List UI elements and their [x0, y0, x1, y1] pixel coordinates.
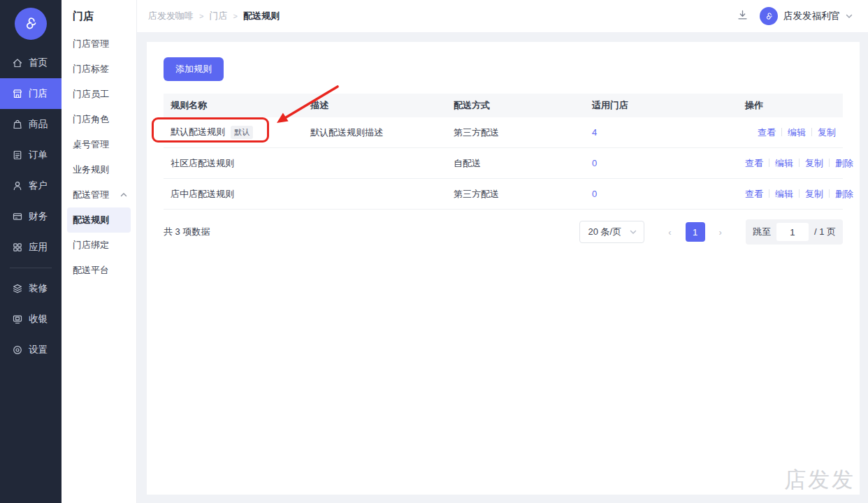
action-separator	[769, 189, 769, 198]
submenu-item-store-binding[interactable]: 门店绑定	[62, 233, 136, 258]
submenu-item-delivery-rules[interactable]: 配送规则	[67, 207, 131, 233]
page-number-button[interactable]: 1	[686, 222, 705, 242]
page-total-suffix: / 1 页	[814, 226, 836, 238]
rule-name: 社区店配送规则	[171, 157, 234, 170]
brand-logo-icon	[15, 8, 47, 40]
main-area: 店发发咖啡 > 门店 > 配送规则 店发发福利官	[137, 0, 868, 503]
pagination-bar: 共 3 项数据 20 条/页 ‹ 1 › 跳至 / 1 页	[164, 218, 843, 246]
sidebar-item-orders[interactable]: 订单	[0, 140, 62, 170]
col-header-description: 描述	[303, 94, 447, 117]
submenu-item-delivery-platform[interactable]: 配送平台	[62, 258, 136, 283]
breadcrumb: 店发发咖啡 > 门店 > 配送规则	[148, 10, 280, 22]
action-separator	[811, 128, 812, 136]
edit-link[interactable]: 编辑	[775, 158, 793, 168]
rule-name: 店中店配送规则	[171, 188, 234, 201]
table-header-row: 规则名称 描述 配送方式 适用门店 操作	[164, 94, 843, 117]
view-link[interactable]: 查看	[758, 127, 776, 138]
col-header-applicable-stores: 适用门店	[585, 94, 738, 117]
user-avatar	[760, 7, 778, 25]
col-header-actions: 操作	[738, 94, 843, 117]
action-separator	[799, 189, 800, 198]
submenu-title: 门店	[62, 0, 136, 31]
copy-link[interactable]: 复制	[818, 127, 836, 138]
action-separator	[781, 128, 782, 136]
sidebar-item-decorate[interactable]: 装修	[0, 273, 62, 304]
sidebar-item-customers[interactable]: 客户	[0, 170, 62, 201]
submenu-item-store-staff[interactable]: 门店员工	[62, 82, 136, 107]
sidebar-item-finance[interactable]: 财务	[0, 201, 62, 232]
rule-description: 默认配送规则描述	[303, 126, 447, 139]
sidebar-item-label: 首页	[29, 57, 48, 69]
view-link[interactable]: 查看	[745, 189, 763, 199]
rule-name: 默认配送规则	[171, 126, 225, 138]
stores-count-link[interactable]: 0	[592, 189, 597, 199]
breadcrumb-item-brand[interactable]: 店发发咖啡	[148, 10, 194, 22]
submenu-group-delivery-management[interactable]: 配送管理	[62, 182, 136, 207]
sidebar-item-label: 商品	[29, 118, 48, 131]
download-icon[interactable]	[737, 9, 748, 23]
action-separator	[829, 189, 830, 198]
sidebar-item-store[interactable]: 门店	[0, 78, 62, 109]
edit-link[interactable]: 编辑	[775, 189, 793, 199]
topbar-right: 店发发福利官	[737, 7, 853, 25]
user-menu[interactable]: 店发发福利官	[760, 7, 853, 25]
breadcrumb-item-store[interactable]: 门店	[209, 10, 227, 22]
chevron-down-icon	[630, 227, 637, 238]
submenu-item-store-tags[interactable]: 门店标签	[62, 57, 136, 82]
action-separator	[769, 159, 769, 167]
next-page-button[interactable]: ›	[715, 224, 726, 240]
sidebar-divider	[10, 268, 52, 268]
sidebar-item-apps[interactable]: 应用	[0, 232, 62, 263]
sidebar-item-label: 客户	[29, 180, 48, 192]
add-rule-button[interactable]: 添加规则	[164, 57, 224, 81]
jump-label: 跳至	[753, 226, 771, 238]
stores-count-link[interactable]: 0	[592, 158, 597, 168]
user-name: 店发发福利官	[783, 10, 840, 22]
chevron-up-icon	[120, 191, 127, 198]
jump-page-input[interactable]	[776, 223, 809, 241]
secondary-sidebar: 门店 门店管理 门店标签 门店员工 门店角色 桌号管理 业务规则 配送管理 配送…	[62, 0, 137, 503]
page-size-select[interactable]: 20 条/页	[579, 221, 645, 243]
primary-nav: 首页 门店 商品 订单 客户 财务	[0, 48, 62, 365]
copy-link[interactable]: 复制	[805, 189, 823, 199]
delivery-method: 第三方配送	[447, 188, 585, 201]
chevron-down-icon	[846, 11, 853, 22]
store-icon	[12, 88, 23, 99]
page-size-value: 20 条/页	[588, 226, 622, 238]
cashier-icon	[12, 314, 23, 325]
customers-icon	[12, 180, 23, 191]
sidebar-item-label: 财务	[29, 210, 48, 223]
col-header-rule-name: 规则名称	[164, 94, 303, 117]
copy-link[interactable]: 复制	[805, 158, 823, 168]
sidebar-item-cashier[interactable]: 收银	[0, 304, 62, 335]
watermark: 店发发	[784, 465, 855, 495]
sidebar-item-label: 门店	[29, 87, 48, 100]
orders-icon	[12, 150, 23, 161]
app-window: 首页 门店 商品 订单 客户 财务	[0, 0, 868, 503]
decorate-icon	[12, 283, 23, 294]
edit-link[interactable]: 编辑	[788, 127, 806, 138]
action-separator	[829, 159, 830, 167]
total-count: 共 3 项数据	[164, 226, 210, 238]
submenu-item-table-management[interactable]: 桌号管理	[62, 132, 136, 157]
submenu-item-store-management[interactable]: 门店管理	[62, 31, 136, 57]
table-row: 店中店配送规则 第三方配送 0 查看编辑复制删除	[164, 179, 843, 210]
breadcrumb-item-current: 配送规则	[243, 10, 280, 22]
prev-page-button[interactable]: ‹	[664, 224, 675, 240]
stores-count-link[interactable]: 4	[592, 127, 597, 138]
page-jump: 跳至 / 1 页	[746, 219, 843, 245]
submenu-item-business-rules[interactable]: 业务规则	[62, 157, 136, 182]
breadcrumb-separator: >	[233, 12, 237, 20]
finance-icon	[12, 211, 23, 222]
brand-logo	[0, 0, 62, 48]
view-link[interactable]: 查看	[745, 158, 763, 168]
settings-icon	[12, 344, 23, 356]
home-icon	[12, 57, 23, 68]
sidebar-item-home[interactable]: 首页	[0, 48, 62, 78]
sidebar-item-settings[interactable]: 设置	[0, 335, 62, 365]
table-row: 默认配送规则 默认 默认配送规则描述 第三方配送 4 查看编辑复制	[164, 117, 843, 148]
delete-link[interactable]: 删除	[835, 158, 853, 168]
delete-link[interactable]: 删除	[835, 189, 853, 199]
submenu-item-store-roles[interactable]: 门店角色	[62, 107, 136, 132]
sidebar-item-goods[interactable]: 商品	[0, 109, 62, 140]
